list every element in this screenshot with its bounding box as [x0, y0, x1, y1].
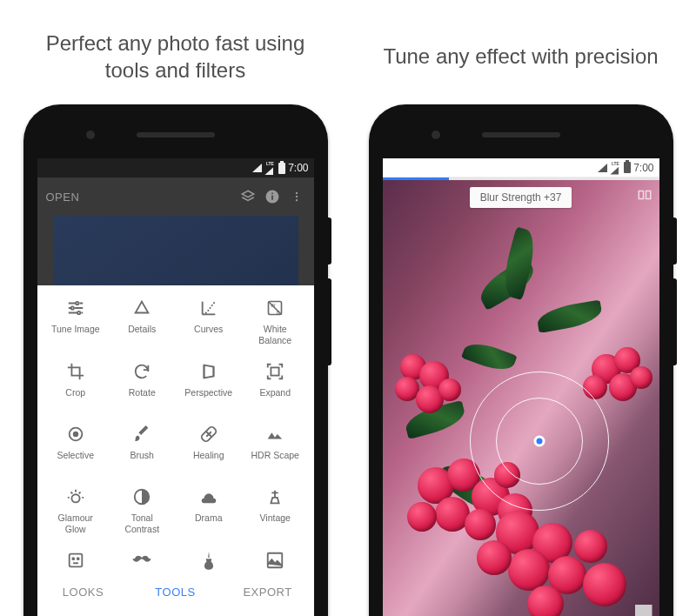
tool-label: Tonal Contrast: [124, 512, 159, 534]
tool-label: HDR Scape: [251, 450, 299, 471]
tool-label: Rotate: [129, 387, 156, 408]
focus-center-dot[interactable]: [533, 436, 545, 447]
tool-rotate[interactable]: Rotate: [109, 361, 176, 408]
drama-icon: [198, 486, 219, 507]
battery-icon: [624, 162, 631, 173]
tool-label: White Balance: [258, 324, 291, 345]
svg-point-7: [70, 306, 73, 309]
svg-point-16: [71, 494, 79, 502]
cell-signal-icon: LTE: [610, 161, 621, 175]
wifi-icon: [252, 164, 262, 172]
tool-label: Brush: [130, 450, 154, 471]
tool-vintage[interactable]: Vintage: [242, 486, 309, 534]
face-enhance-icon: [65, 550, 86, 571]
more-icon[interactable]: [288, 188, 305, 205]
details-icon: [131, 298, 152, 318]
status-time: 7:00: [633, 162, 653, 174]
tool-face-enhance[interactable]: [43, 550, 110, 571]
tool-guitar[interactable]: [176, 550, 243, 571]
svg-text:B: B: [277, 310, 280, 315]
hdr-scape-icon: [264, 424, 285, 445]
svg-point-5: [295, 199, 297, 201]
caption-left: Perfect any photo fast using tools and f…: [16, 0, 335, 104]
rotate-icon: [131, 361, 152, 382]
curves-icon: [198, 298, 219, 318]
screen-left: LTE 7:00 OPEN: [37, 158, 314, 616]
svg-point-6: [76, 302, 78, 305]
layers-icon[interactable]: [239, 188, 257, 205]
healing-icon: [198, 424, 219, 445]
vintage-icon: [264, 486, 285, 507]
tool-glamour-glow[interactable]: Glamour Glow: [43, 486, 110, 534]
svg-point-8: [77, 311, 80, 314]
tool-crop[interactable]: Crop: [43, 361, 110, 408]
mustache-icon: [131, 550, 152, 571]
status-bar: LTE 7:00: [37, 158, 314, 177]
white-balance-icon: WB: [264, 298, 285, 318]
image-icon: [264, 550, 285, 571]
bookmark-icon[interactable]: [635, 605, 652, 616]
tool-label: Healing: [193, 450, 224, 471]
tool-label: Perspective: [184, 387, 232, 408]
tool-expand[interactable]: Expand: [242, 361, 309, 408]
tool-label: Curves: [194, 324, 223, 345]
image-preview-dimmed: [37, 216, 314, 285]
caption-right: Tune any effect with precision: [374, 0, 666, 104]
tool-label: Glamour Glow: [58, 512, 93, 534]
tab-tools[interactable]: TOOLS: [130, 586, 222, 599]
tool-tonal-contrast[interactable]: Tonal Contrast: [109, 486, 176, 534]
tool-hdr-scape[interactable]: HDR Scape: [242, 424, 309, 471]
status-bar: LTE 7:00: [383, 158, 659, 177]
expand-icon: [264, 361, 285, 382]
tool-label: Drama: [195, 512, 223, 533]
phone-frame-left: LTE 7:00 OPEN: [23, 104, 328, 616]
effect-canvas[interactable]: Blur Strength +37: [383, 180, 659, 616]
tonal-contrast-icon: [131, 486, 152, 507]
phone-frame-right: LTE 7:00 Blur Strength +37: [369, 104, 673, 616]
guitar-icon: [198, 550, 219, 571]
svg-text:W: W: [271, 303, 276, 308]
battery-icon: [278, 163, 285, 174]
tool-label: Details: [128, 324, 156, 345]
svg-point-14: [73, 432, 77, 437]
crop-icon: [65, 361, 86, 382]
tool-details[interactable]: Details: [109, 298, 176, 345]
selective-icon: [65, 424, 86, 445]
tab-looks[interactable]: LOOKS: [37, 586, 130, 599]
svg-point-4: [295, 196, 297, 198]
glamour-glow-icon: [65, 486, 86, 507]
perspective-icon: [198, 361, 219, 382]
svg-point-19: [72, 559, 74, 560]
tool-label: Tune Image: [51, 324, 100, 345]
tool-tune-image[interactable]: Tune Image: [43, 298, 110, 345]
screen-right: LTE 7:00 Blur Strength +37: [383, 158, 659, 616]
svg-rect-12: [271, 368, 279, 376]
tool-drama[interactable]: Drama: [176, 486, 243, 534]
svg-rect-18: [69, 554, 82, 567]
svg-rect-1: [271, 196, 273, 200]
bottom-tabs: LOOKS TOOLS EXPORT: [37, 574, 314, 609]
tab-export[interactable]: EXPORT: [222, 586, 314, 599]
tool-selective[interactable]: Selective: [43, 424, 110, 471]
tool-label: Vintage: [260, 512, 291, 533]
tool-perspective[interactable]: Perspective: [176, 361, 243, 408]
tool-mustache[interactable]: [109, 550, 176, 571]
tune-image-icon: [65, 298, 86, 318]
tools-panel: Tune ImageDetailsCurvesWBWhite BalanceCr…: [37, 285, 314, 574]
svg-rect-2: [271, 193, 273, 195]
tool-white-balance[interactable]: WBWhite Balance: [242, 298, 309, 345]
tool-label: Expand: [259, 387, 291, 408]
tool-curves[interactable]: Curves: [176, 298, 243, 345]
status-time: 7:00: [288, 162, 308, 174]
tool-label: Crop: [65, 387, 85, 408]
info-icon[interactable]: [264, 188, 281, 205]
tool-image[interactable]: [242, 550, 309, 571]
cell-signal-icon: LTE: [264, 161, 276, 175]
brush-icon: [131, 424, 152, 445]
app-top-bar: OPEN: [37, 177, 314, 216]
tool-label: Selective: [57, 450, 94, 471]
open-button[interactable]: OPEN: [46, 191, 232, 204]
tool-brush[interactable]: Brush: [109, 424, 176, 471]
wifi-icon: [598, 164, 607, 172]
tool-healing[interactable]: Healing: [176, 424, 243, 471]
